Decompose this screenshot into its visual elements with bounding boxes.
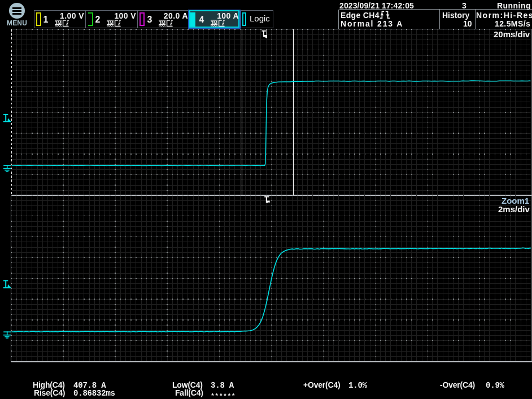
svg-text:1M: 1M [107,20,113,25]
svg-text:1M: 1M [159,20,165,25]
svg-text:1M: 1M [211,20,217,25]
svg-text:1M: 1M [55,20,61,25]
